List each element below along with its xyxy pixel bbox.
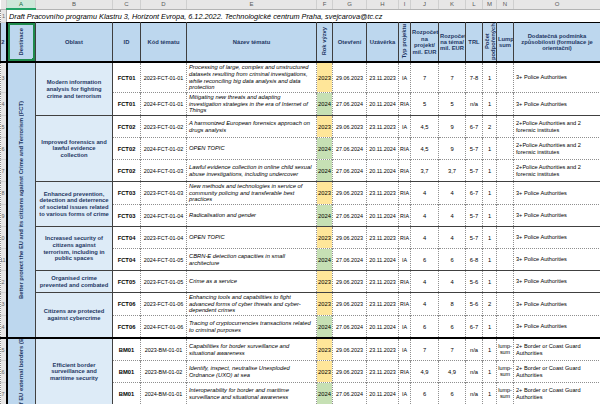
open-date-cell[interactable]: 29.06.2023 (333, 182, 367, 205)
budget-per-project-cell[interactable]: 4 (411, 227, 439, 249)
open-date-cell[interactable]: 27.06.2024 (333, 383, 367, 404)
call-year-cell[interactable]: 2023 (317, 271, 333, 293)
topic-code-cell[interactable]: 2023-FCT-01-06 (141, 293, 187, 316)
budget-per-topic-cell[interactable]: 8 (439, 293, 466, 316)
column-letter[interactable]: N (497, 0, 514, 9)
deadline-date-cell[interactable]: 23.11.2023 (367, 116, 399, 138)
topic-code-cell[interactable]: 2024-FCT-01-06 (141, 316, 187, 339)
eligibility-condition-cell[interactable]: 2+ Border or Coast Guard Authorities (514, 383, 600, 404)
trl-cell[interactable]: n/a (466, 383, 483, 404)
open-date-cell[interactable]: 29.06.2023 (333, 227, 367, 249)
trl-cell[interactable]: n/a (466, 361, 483, 383)
project-type-cell[interactable]: RIA (399, 293, 411, 316)
project-count-cell[interactable]: 1 (483, 227, 497, 249)
topic-name-cell[interactable]: Enhancing tools and capabilities to figh… (187, 293, 317, 316)
lump-sum-cell[interactable]: lump-sum (497, 361, 514, 383)
topic-code-cell[interactable]: 2024-FCT-01-02 (141, 138, 187, 160)
budget-per-topic-cell[interactable]: 4 (439, 205, 466, 227)
eligibility-condition-cell[interactable]: 3+ Police Authorities (514, 93, 600, 116)
eligibility-condition-cell[interactable]: 3+ Police Authorities (514, 62, 600, 92)
row-number[interactable]: 16 (1, 361, 7, 383)
budget-per-project-cell[interactable]: 4,9 (411, 361, 439, 383)
trl-cell[interactable]: n/a (466, 338, 483, 361)
topic-id-cell[interactable]: FCT02 (113, 160, 141, 182)
topic-name-cell[interactable]: Identify, inspect, neutralise Unexploded… (187, 361, 317, 383)
project-type-cell[interactable]: RIA (399, 182, 411, 205)
call-year-cell[interactable]: 2024 (317, 383, 333, 404)
project-count-cell[interactable]: 2 (483, 116, 497, 138)
budget-per-project-cell[interactable]: 3,7 (411, 160, 439, 182)
header-rozpocet-tema[interactable]: Rozpočet na téma/ mil. EUR (439, 23, 466, 63)
destination-cell[interactable]: Effective management of EU external bord… (7, 338, 36, 404)
lump-sum-cell[interactable]: lump-sum (497, 383, 514, 404)
call-year-cell[interactable]: 2023 (317, 116, 333, 138)
column-letter[interactable]: C (113, 0, 141, 9)
project-count-cell[interactable]: 1 (483, 160, 497, 182)
topic-code-cell[interactable]: 2024-FCT-01-03 (141, 160, 187, 182)
open-date-cell[interactable]: 29.06.2023 (333, 116, 367, 138)
deadline-date-cell[interactable]: 23.11.2023 (367, 271, 399, 293)
budget-per-project-cell[interactable]: 4,5 (411, 138, 439, 160)
budget-per-project-cell[interactable]: 4 (411, 271, 439, 293)
call-year-cell[interactable]: 2023 (317, 361, 333, 383)
topic-id-cell[interactable]: FCT04 (113, 249, 141, 271)
header-typ[interactable]: Typ projektu (399, 23, 411, 63)
call-year-cell[interactable]: 2024 (317, 160, 333, 182)
row-number[interactable]: 8 (1, 182, 7, 205)
header-trl[interactable]: TRL (466, 23, 483, 63)
column-letter[interactable]: K (439, 0, 466, 9)
oblast-cell[interactable]: Modern information analysis for fighting… (36, 62, 113, 115)
lump-sum-cell[interactable] (497, 205, 514, 227)
header-rok[interactable]: Rok výzvy (317, 23, 333, 63)
topic-name-cell[interactable]: New methods and technologies in service … (187, 182, 317, 205)
header-rozpocet-projekt[interactable]: Rozpočet na projekt/ mil. EUR (411, 23, 439, 63)
topic-name-cell[interactable]: CBRN-E detection capacities in small arc… (187, 249, 317, 271)
row-number[interactable]: 9 (1, 205, 7, 227)
call-year-cell[interactable]: 2023 (317, 293, 333, 316)
eligibility-condition-cell[interactable]: 3+ Police Authorities (514, 205, 600, 227)
lump-sum-cell[interactable] (497, 182, 514, 205)
topic-id-cell[interactable]: FCT02 (113, 138, 141, 160)
deadline-date-cell[interactable]: 20.11.2024 (367, 316, 399, 339)
topic-name-cell[interactable]: OPEN TOPIC (187, 138, 317, 160)
trl-cell[interactable]: n/a (466, 93, 483, 116)
eligibility-condition-cell[interactable]: 3+ Police Authorities (514, 271, 600, 293)
project-count-cell[interactable]: 1 (483, 271, 497, 293)
project-count-cell[interactable]: 2 (483, 293, 497, 316)
row-number[interactable]: 4 (1, 93, 7, 116)
topic-id-cell[interactable]: FCT06 (113, 293, 141, 316)
project-type-cell[interactable]: RIA (399, 160, 411, 182)
column-letter[interactable]: H (367, 0, 399, 9)
topic-name-cell[interactable]: Interoperability for border and maritime… (187, 383, 317, 404)
topic-id-cell[interactable]: FCT01 (113, 93, 141, 116)
budget-per-project-cell[interactable]: 4,5 (411, 116, 439, 138)
budget-per-project-cell[interactable]: 5 (411, 93, 439, 116)
budget-per-project-cell[interactable]: 4 (411, 182, 439, 205)
deadline-date-cell[interactable]: 20.11.2024 (367, 160, 399, 182)
topic-code-cell[interactable]: 2023-BM-01-01 (141, 338, 187, 361)
project-count-cell[interactable]: 1 (483, 62, 497, 92)
column-letter[interactable]: D (141, 0, 187, 9)
oblast-cell[interactable]: Enhanced prevention, detection and deter… (36, 182, 113, 227)
lump-sum-cell[interactable] (497, 116, 514, 138)
lump-sum-cell[interactable] (497, 138, 514, 160)
row-number[interactable]: 12 (1, 271, 7, 293)
budget-per-topic-cell[interactable]: 4 (439, 271, 466, 293)
topic-name-cell[interactable]: Capabilities for border surveillance and… (187, 338, 317, 361)
trl-cell[interactable]: 6-7 (466, 316, 483, 339)
topic-code-cell[interactable]: 2023-BM-01-02 (141, 361, 187, 383)
project-type-cell[interactable]: RIA (399, 93, 411, 116)
budget-per-project-cell[interactable]: 7 (411, 62, 439, 92)
open-date-cell[interactable]: 27.06.2024 (333, 93, 367, 116)
budget-per-topic-cell[interactable]: 5 (439, 93, 466, 116)
topic-id-cell[interactable]: FCT03 (113, 182, 141, 205)
header-nazev[interactable]: Název tématu (187, 23, 317, 63)
call-year-cell[interactable]: 2023 (317, 227, 333, 249)
deadline-date-cell[interactable]: 20.11.2024 (367, 205, 399, 227)
lump-sum-cell[interactable] (497, 227, 514, 249)
header-id[interactable]: ID (113, 23, 141, 63)
lump-sum-cell[interactable] (497, 316, 514, 339)
topic-id-cell[interactable]: FCT01 (113, 62, 141, 92)
call-year-cell[interactable]: 2023 (317, 62, 333, 92)
lump-sum-cell[interactable] (497, 160, 514, 182)
